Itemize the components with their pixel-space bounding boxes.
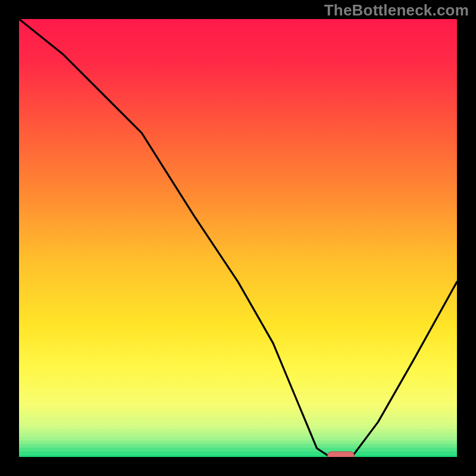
svg-rect-2 bbox=[19, 446, 457, 448]
chart-outer-frame: TheBottleneck.com bbox=[0, 0, 476, 476]
svg-rect-8 bbox=[19, 424, 457, 425]
svg-rect-1 bbox=[19, 450, 457, 452]
optimal-marker bbox=[328, 452, 355, 457]
svg-rect-7 bbox=[19, 428, 457, 430]
plot-svg bbox=[19, 19, 457, 457]
svg-rect-9 bbox=[19, 420, 457, 422]
svg-rect-17 bbox=[19, 391, 457, 393]
svg-rect-3 bbox=[19, 442, 457, 444]
svg-rect-14 bbox=[19, 402, 457, 403]
svg-rect-13 bbox=[19, 405, 457, 407]
svg-rect-10 bbox=[19, 416, 457, 418]
svg-rect-5 bbox=[19, 435, 457, 437]
plot-area bbox=[19, 19, 457, 457]
svg-rect-4 bbox=[19, 439, 457, 440]
svg-rect-12 bbox=[19, 409, 457, 411]
svg-rect-16 bbox=[19, 394, 457, 396]
svg-rect-0 bbox=[19, 453, 457, 455]
svg-rect-6 bbox=[19, 431, 457, 433]
watermark-text: TheBottleneck.com bbox=[324, 1, 469, 20]
svg-rect-11 bbox=[19, 413, 457, 415]
